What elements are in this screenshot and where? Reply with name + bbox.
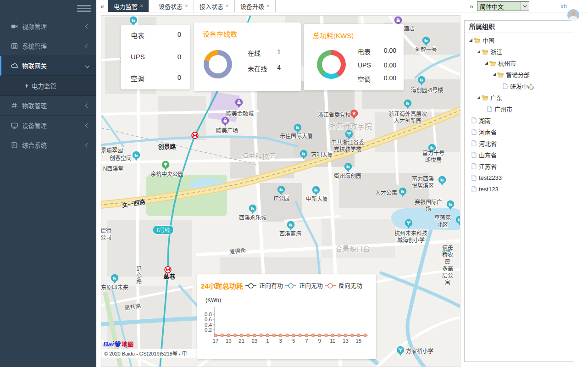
tree-node-河南省[interactable]: 河南省 bbox=[465, 126, 574, 138]
map-poi-label[interactable]: 乐佳国际大厦 bbox=[280, 133, 313, 140]
sidebar-subitem-电力监管[interactable]: 电力监管 bbox=[0, 76, 96, 96]
map-poi-label[interactable]: 杭州未来科技 城海创小学 bbox=[394, 230, 427, 244]
map-poi-marker-乐佳国际大厦[interactable] bbox=[294, 123, 302, 133]
map-poi-marker-中新大厦[interactable] bbox=[312, 186, 320, 196]
tree-node-广东[interactable]: 广东 bbox=[465, 92, 574, 103]
map-poi-label[interactable]: 富力十号朗悦居 bbox=[420, 150, 447, 164]
map-poi-label[interactable]: 万利大厦 bbox=[311, 152, 333, 159]
sidebar-item-物联网关[interactable]: 物联网关 bbox=[0, 56, 96, 76]
chart-xtick: 11 bbox=[330, 338, 335, 344]
map-poi-label[interactable]: 草荡苑北区 bbox=[434, 215, 451, 228]
tree-expand-icon[interactable] bbox=[485, 61, 488, 65]
map-poi-marker-杭州未来科技[interactable] bbox=[405, 219, 413, 229]
map-poi-label[interactable]: 赛银国际广场 bbox=[413, 199, 444, 213]
tree-expand-icon[interactable] bbox=[477, 50, 480, 53]
map-poi-marker-创客空间[interactable] bbox=[132, 151, 140, 161]
close-icon[interactable]: × bbox=[185, 3, 188, 9]
tree-node-山东省[interactable]: 山东省 bbox=[465, 149, 574, 161]
map-poi-label[interactable]: 浙江海外高层次 人才创新园 bbox=[388, 111, 427, 125]
map-poi-marker-西溪永乐城[interactable] bbox=[249, 204, 257, 214]
sidebar-item-综合系统[interactable]: 综合系统 bbox=[0, 135, 96, 155]
tree-expand-icon[interactable] bbox=[493, 73, 496, 76]
file-icon bbox=[472, 117, 477, 123]
tabs-scroll-right-icon[interactable]: » bbox=[466, 0, 477, 12]
map-poi-label[interactable]: 方家桥小学 bbox=[406, 348, 433, 355]
map-poi-marker-欧美广场[interactable] bbox=[221, 117, 229, 127]
tree-node-杭州市[interactable]: 杭州市 bbox=[465, 57, 574, 69]
sidebar-item-物联管理[interactable]: 物联管理 bbox=[0, 96, 96, 116]
map-poi-marker-欧美金融城[interactable] bbox=[235, 98, 243, 108]
map-poi-label[interactable]: 德行 公司 bbox=[101, 228, 111, 241]
map-poi-label[interactable]: 创智一号 bbox=[415, 47, 437, 54]
metro-station-label[interactable]: 葛巷 bbox=[163, 273, 175, 280]
sidebar-item-视频管理[interactable]: 视频管理 bbox=[0, 17, 96, 36]
tree-node-test2233[interactable]: test2233 bbox=[465, 172, 574, 184]
metro-station-icon-创景路[interactable] bbox=[191, 132, 199, 139]
tree-node-广州市[interactable]: 广州市 bbox=[465, 103, 574, 115]
map-poi-label[interactable]: 余杭中央公园 bbox=[150, 171, 183, 178]
tree-expand-icon[interactable] bbox=[477, 96, 480, 99]
map-poi-label[interactable]: 中新大厦 bbox=[306, 196, 328, 203]
map-poi-label[interactable]: 何母桥农民 多高层公寓 bbox=[442, 245, 454, 286]
map-poi-marker-草荡苑北区[interactable] bbox=[455, 216, 460, 226]
tree-node-江苏省[interactable]: 江苏省 bbox=[465, 161, 574, 172]
tree-expand-icon[interactable] bbox=[469, 39, 472, 42]
tree-node-中国[interactable]: 中国 bbox=[465, 34, 574, 46]
tab-接入状态[interactable]: 接入状态× bbox=[194, 0, 235, 12]
map-poi-marker-人才公寓[interactable] bbox=[399, 187, 407, 197]
close-icon[interactable]: × bbox=[266, 3, 270, 9]
tab-设备升级[interactable]: 设备升级× bbox=[235, 0, 276, 12]
map-poi-marker-中共浙江省委[interactable] bbox=[345, 130, 353, 140]
map-poi-marker-海创园-5号楼[interactable] bbox=[417, 76, 426, 86]
tabs-scroll-left-icon[interactable]: « bbox=[96, 0, 108, 12]
map-poi-label[interactable]: 富力西溪 悦居溪区 bbox=[412, 176, 434, 189]
metro-station-label[interactable]: 创景路 bbox=[158, 143, 176, 150]
tree-node-智诺分部[interactable]: 智诺分部 bbox=[465, 69, 574, 80]
close-icon[interactable]: × bbox=[140, 3, 143, 9]
tree-node-test123[interactable]: test123 bbox=[465, 184, 574, 195]
map-poi-marker-building[interactable] bbox=[129, 16, 138, 26]
chevron-down-icon[interactable] bbox=[521, 2, 529, 11]
map-poi-marker-方家桥小学[interactable] bbox=[396, 346, 405, 356]
tree-node-浙江[interactable]: 浙江 bbox=[465, 46, 574, 57]
sidebar-item-设备管理[interactable]: 设备管理 bbox=[0, 116, 96, 135]
map-poi-label[interactable]: 西溪蓝海 bbox=[279, 231, 301, 238]
map-poi-label[interactable]: IT公园 bbox=[274, 195, 290, 202]
map-poi-marker-余杭中央公园[interactable] bbox=[161, 161, 170, 171]
username-link[interactable]: xb bbox=[560, 3, 567, 10]
map-poi-marker-IT公园[interactable] bbox=[277, 185, 285, 195]
tree-node-研发中心[interactable]: 研发中心 bbox=[465, 80, 574, 92]
tree-node-河北省[interactable]: 河北省 bbox=[465, 138, 574, 149]
map-poi-label[interactable]: 景瑜翠园 bbox=[101, 147, 123, 154]
hamburger-menu-icon[interactable] bbox=[77, 4, 91, 13]
tab-设备状态[interactable]: 设备状态× bbox=[153, 0, 194, 12]
tab-电力监管[interactable]: 电力监管× bbox=[108, 0, 149, 12]
map-poi-label[interactable]: 中共浙江省委 党校教学楼 bbox=[331, 139, 364, 153]
close-icon[interactable]: × bbox=[226, 3, 229, 9]
map-poi-marker-创智一号[interactable] bbox=[422, 36, 430, 46]
map-poi-label[interactable]: N西溪堂 bbox=[103, 166, 124, 172]
sidebar-item-系统管理[interactable]: 系统管理 bbox=[0, 36, 96, 56]
map-poi-marker-西溪蓝海[interactable] bbox=[287, 221, 295, 231]
map-poi-marker-浙江海外高层次[interactable] bbox=[404, 99, 412, 109]
map-poi-marker-衢州海创园[interactable] bbox=[344, 162, 352, 172]
map-poi-label[interactable]: 欧美金融城 bbox=[226, 111, 254, 117]
map-poi-marker-富力西溪[interactable] bbox=[438, 176, 446, 186]
map-poi-marker-浙江省委党校[interactable] bbox=[350, 109, 358, 119]
map-poi-label[interactable]: 海创园-5号楼 bbox=[411, 87, 444, 94]
language-select[interactable]: 简体中文 bbox=[477, 1, 529, 11]
map-poi-label[interactable]: 衢州海创园 bbox=[334, 173, 361, 180]
map-poi-label[interactable]: 欧美广场 bbox=[216, 128, 238, 134]
tab-label: 电力监管 bbox=[114, 2, 138, 11]
map-poi-label[interactable]: 人才公寓 bbox=[375, 190, 397, 197]
map-poi-label[interactable]: 东原印未来 bbox=[101, 284, 128, 291]
map-poi-label[interactable]: 酒店 bbox=[404, 26, 415, 33]
avatar[interactable] bbox=[567, 9, 579, 21]
map-poi-marker-万利大厦[interactable] bbox=[300, 150, 308, 160]
tree-node-湖南[interactable]: 湖南 bbox=[465, 115, 574, 126]
map-poi-marker-赛银国际广场[interactable] bbox=[446, 200, 455, 210]
map-poi-label[interactable]: 西溪永乐城 bbox=[239, 215, 266, 222]
map-poi-marker-东原印未来[interactable] bbox=[111, 274, 119, 284]
map-poi-label[interactable]: 创客空间 bbox=[110, 155, 132, 162]
map-poi-label[interactable]: 浙江省委党校 bbox=[318, 112, 351, 119]
